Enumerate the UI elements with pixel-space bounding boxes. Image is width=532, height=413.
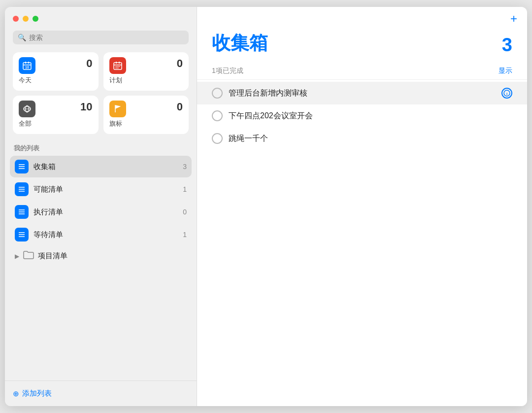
add-list-button[interactable]: ⊕ 添加列表 bbox=[13, 389, 52, 398]
all-label: 全部 bbox=[19, 119, 93, 128]
project-item[interactable]: ▶ 项目清单 bbox=[10, 246, 192, 266]
svg-rect-1 bbox=[25, 62, 26, 64]
minimize-button[interactable] bbox=[23, 16, 29, 22]
my-lists-label: 我的列表 bbox=[14, 144, 188, 153]
inbox-count: 3 bbox=[183, 163, 187, 171]
waiting-name: 等待清单 bbox=[33, 230, 178, 240]
add-task-button[interactable]: + bbox=[510, 13, 517, 25]
plan-count: 0 bbox=[177, 57, 183, 70]
svg-rect-5 bbox=[114, 63, 122, 69]
task-text: 下午四点202会议室开会 bbox=[229, 111, 512, 121]
task-complete-circle[interactable] bbox=[212, 88, 223, 99]
maybe-icon bbox=[15, 182, 29, 196]
action-name: 执行清单 bbox=[33, 207, 178, 217]
smart-card-today[interactable]: 10 0 今天 bbox=[13, 52, 99, 91]
task-text: 管理后台新增内测审核 bbox=[229, 88, 496, 99]
app-window: 🔍 10 0 今天 bbox=[5, 7, 527, 406]
all-icon bbox=[19, 101, 35, 117]
lists-container: 收集箱 3 可能清单 1 bbox=[5, 156, 197, 380]
today-label: 今天 bbox=[19, 76, 93, 85]
plan-icon bbox=[109, 57, 126, 74]
chevron-right-icon: ▶ bbox=[15, 253, 19, 260]
smart-card-all[interactable]: 10 全部 bbox=[13, 96, 99, 134]
list-item-waiting[interactable]: 等待清单 1 bbox=[10, 224, 192, 245]
main-content: + 收集箱 3 1项已完成 显示 管理后台新增内测审核 i bbox=[197, 7, 527, 406]
all-count: 10 bbox=[80, 101, 92, 113]
main-toolbar: + bbox=[197, 7, 527, 31]
completed-text: 1项已完成 bbox=[212, 67, 243, 75]
svg-rect-8 bbox=[114, 65, 122, 66]
action-icon bbox=[15, 205, 29, 219]
maybe-name: 可能清单 bbox=[33, 185, 178, 194]
titlebar bbox=[5, 7, 197, 31]
plan-label: 计划 bbox=[109, 76, 183, 85]
svg-text:i: i bbox=[506, 92, 507, 96]
task-complete-circle[interactable] bbox=[212, 133, 223, 144]
inbox-icon bbox=[15, 160, 29, 173]
list-item-action[interactable]: 执行清单 0 bbox=[10, 201, 192, 223]
main-title: 收集箱 bbox=[212, 31, 268, 56]
task-complete-circle[interactable] bbox=[212, 110, 223, 121]
completed-row: 1项已完成 显示 bbox=[197, 64, 527, 80]
maybe-count: 1 bbox=[183, 185, 187, 193]
smart-lists: 10 0 今天 bbox=[13, 52, 189, 134]
inbox-name: 收集箱 bbox=[33, 162, 178, 172]
project-name: 项目清单 bbox=[38, 251, 67, 261]
waiting-count: 1 bbox=[183, 231, 187, 239]
main-count: 3 bbox=[502, 34, 512, 56]
add-list-label: 添加列表 bbox=[22, 389, 52, 398]
waiting-icon bbox=[15, 228, 29, 241]
main-header: 收集箱 3 bbox=[197, 31, 527, 64]
flag-icon bbox=[109, 101, 126, 117]
svg-text:10: 10 bbox=[25, 66, 29, 69]
add-list-icon: ⊕ bbox=[13, 389, 19, 398]
search-input[interactable] bbox=[29, 34, 184, 41]
sidebar-footer: ⊕ 添加列表 bbox=[5, 380, 197, 406]
action-count: 0 bbox=[183, 208, 187, 216]
svg-rect-7 bbox=[119, 62, 120, 64]
today-count: 0 bbox=[86, 57, 92, 70]
task-item[interactable]: 管理后台新增内测审核 i bbox=[197, 82, 527, 104]
task-info-button[interactable]: i bbox=[501, 88, 512, 99]
folder-icon bbox=[23, 250, 34, 262]
task-text: 跳绳一千个 bbox=[229, 134, 512, 144]
list-item-maybe[interactable]: 可能清单 1 bbox=[10, 178, 192, 200]
search-bar[interactable]: 🔍 bbox=[13, 31, 189, 44]
smart-card-plan[interactable]: 0 计划 bbox=[103, 52, 189, 91]
flag-count: 0 bbox=[177, 101, 183, 113]
sidebar: 🔍 10 0 今天 bbox=[5, 7, 197, 406]
svg-rect-6 bbox=[116, 62, 117, 64]
task-item[interactable]: 下午四点202会议室开会 bbox=[197, 104, 527, 127]
maximize-button[interactable] bbox=[33, 16, 38, 22]
today-icon: 10 bbox=[19, 57, 35, 74]
close-button[interactable] bbox=[13, 16, 19, 22]
flag-label: 旗标 bbox=[109, 119, 183, 128]
tasks-list: 管理后台新增内测审核 i 下午四点202会议室开会 跳绳一千个 bbox=[197, 80, 527, 406]
task-item[interactable]: 跳绳一千个 bbox=[197, 127, 527, 150]
list-item-inbox[interactable]: 收集箱 3 bbox=[10, 156, 192, 177]
svg-rect-2 bbox=[28, 62, 29, 64]
search-icon: 🔍 bbox=[18, 34, 26, 41]
smart-card-flag[interactable]: 0 旗标 bbox=[103, 96, 189, 134]
show-completed-button[interactable]: 显示 bbox=[499, 67, 512, 75]
